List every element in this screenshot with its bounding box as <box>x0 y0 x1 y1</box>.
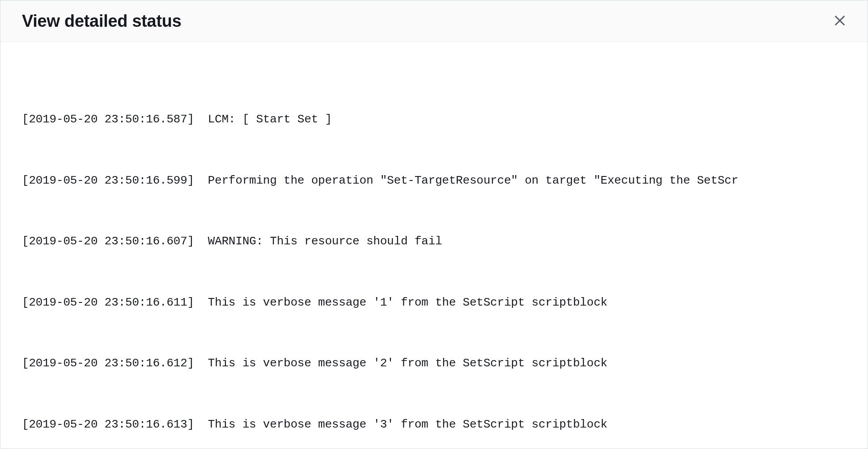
modal-header: View detailed status <box>0 0 868 42</box>
close-button[interactable] <box>830 11 850 31</box>
log-line: [2019-05-20 23:50:16.587] LCM: [ Start S… <box>22 109 846 130</box>
log-line: [2019-05-20 23:50:16.599] Performing the… <box>22 171 846 191</box>
log-line: [2019-05-20 23:50:16.613] This is verbos… <box>22 415 846 435</box>
log-line: [2019-05-20 23:50:16.611] This is verbos… <box>22 293 846 313</box>
status-log: [2019-05-20 23:50:16.587] LCM: [ Start S… <box>22 69 846 449</box>
modal-body: [2019-05-20 23:50:16.587] LCM: [ Start S… <box>0 42 868 449</box>
log-line: [2019-05-20 23:50:16.612] This is verbos… <box>22 353 846 374</box>
close-icon <box>833 13 847 29</box>
log-line: [2019-05-20 23:50:16.607] WARNING: This … <box>22 231 846 252</box>
detailed-status-modal: View detailed status [2019-05-20 23:50:1… <box>0 0 868 449</box>
modal-title: View detailed status <box>22 12 182 31</box>
